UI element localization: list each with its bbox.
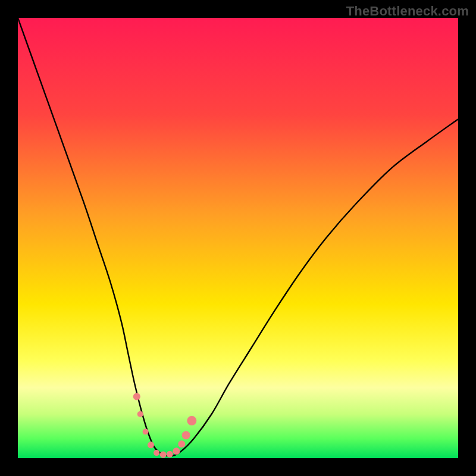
marker-point [154, 450, 159, 456]
marker-point [167, 451, 173, 458]
marker-point [133, 393, 140, 400]
marker-point [187, 416, 196, 425]
marker-point [137, 411, 143, 417]
marker-point [178, 440, 185, 447]
chart-frame: TheBottleneck.com [0, 0, 476, 476]
marker-point [143, 429, 149, 435]
marker-point [182, 431, 190, 440]
gradient-background [18, 18, 458, 458]
bottleneck-chart [18, 18, 458, 458]
marker-point [173, 447, 180, 455]
plot-area [18, 18, 458, 458]
watermark-label: TheBottleneck.com [346, 4, 469, 19]
marker-point [160, 452, 167, 458]
marker-point [148, 441, 154, 448]
